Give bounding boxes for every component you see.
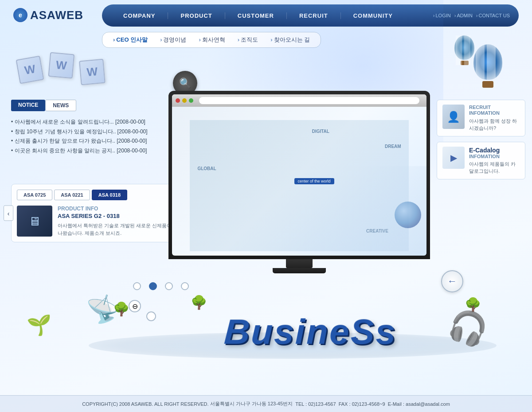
notice-section: NOTICE NEWS ✕ 아사웹에서 새로운 소식을 알려드립니다... [2… [11, 100, 180, 155]
notice-text-4: 이곳은 회사의 중요한 사항을 알리는 공지.. [15, 148, 115, 154]
notice-date-4: [2008-00-00] [117, 148, 147, 154]
notice-tabs: NOTICE NEWS [11, 100, 76, 111]
product-tab-0725[interactable]: ASA 0725 [17, 190, 52, 200]
screen-content: GLOBAL DIGITAL DREAM CREATIVE center of … [172, 107, 426, 256]
screen-label-global: GLOBAL [197, 166, 216, 171]
toolbar-maximize [189, 98, 193, 103]
sub-nav-ceo[interactable]: CEO 인사말 [111, 35, 149, 45]
product-title: PRODUCT INFO [58, 206, 174, 212]
notice-list: 아사웹에서 새로운 소식을 알려드립니다... [2008-00-00] 창립 … [11, 117, 180, 155]
computer-display: GLOBAL DIGITAL DREAM CREATIVE center of … [168, 91, 430, 303]
pagination-dots [133, 282, 189, 290]
product-tab-0318[interactable]: ASA 0318 [92, 190, 127, 200]
ecatalog-title: E-Cadalog INFOMATION [469, 147, 520, 159]
nav-item-community[interactable]: COMMUNITY [341, 12, 405, 19]
ecatalog-description: 아사웹의 제품들의 카달로그입니다. [469, 161, 520, 175]
footer-email: E-Mail : asadal@asadal.com [388, 401, 450, 407]
notice-item-1[interactable]: 아사웹에서 새로운 소식을 알려드립니다... [2008-00-00] [11, 117, 180, 127]
footer: COPYRIGHT(C) 2008 ASAWEB. ALL RIGHT RESE… [0, 395, 532, 412]
nav-item-recruit[interactable]: RECRUIT [287, 12, 341, 19]
nav-items: COMPANY PRODUCT CUSTOMER RECRUIT COMMUNI… [111, 12, 433, 19]
nav-item-company[interactable]: COMPANY [111, 12, 168, 19]
monitor-base [273, 268, 326, 273]
business-text-3d: BusineSs [117, 312, 503, 352]
notice-item-2[interactable]: 창립 10주년 기념 행사가 있을 예정입니다.. [2008-00-00] [11, 127, 180, 137]
notice-date-3: [2008-00-00] [117, 138, 147, 144]
nav-right: LOGIN ADMIN CONTACT US [433, 13, 510, 18]
business-word: BusineSs [223, 312, 397, 351]
recruit-subtitle: INFOMATION [469, 110, 520, 116]
screen-label-dream: DREAM [385, 144, 401, 149]
product-description: 아사웹에서 특허받은 기술로 개발된 새로운 신제품이 나왔습니다. 제품소개 … [58, 222, 174, 237]
nav-contact[interactable]: CONTACT US [476, 13, 510, 18]
monitor-frame: GLOBAL DIGITAL DREAM CREATIVE center of … [168, 91, 430, 259]
toolbar-minimize [182, 98, 187, 103]
logo-area: e ASAWEB [13, 8, 83, 22]
dot-1 [133, 282, 141, 290]
sub-nav-directions[interactable]: 찾아오시는 길 [269, 35, 312, 45]
notice-text-1: 아사웹에서 새로운 소식을 알려드립니다... [15, 119, 114, 125]
sub-nav-history[interactable]: 회사연혁 [197, 35, 227, 45]
nav-login[interactable]: LOGIN [433, 13, 451, 18]
right-sidebar: 👤 RECRUIT INFOMATION 아사웹과 함께 성장 하시겠습니까? … [437, 100, 525, 179]
product-tabs: ASA 0725 ASA 0221 ASA 0318 [17, 190, 174, 200]
product-prev-button[interactable]: ‹ [4, 206, 13, 221]
recruit-title-main: RECRUIT [469, 105, 520, 110]
notice-text-3: 신제품 출시가 한달 앞으로 다가 왔습니다.. [15, 138, 115, 144]
nav-item-product[interactable]: PRODUCT [168, 12, 225, 19]
sub-nav-org[interactable]: 조직도 [236, 35, 260, 45]
nav-circle-icon[interactable]: ← [441, 270, 463, 292]
main-content: NOTICE NEWS ✕ 아사웹에서 새로운 소식을 알려드립니다... [2… [0, 47, 532, 394]
nav-item-customer[interactable]: CUSTOMER [225, 12, 287, 19]
recruit-title: RECRUIT INFOMATION [469, 105, 520, 116]
product-body: 🖥 PRODUCT INFO ASA SERIES G2 - 0318 아사웹에… [17, 206, 174, 237]
ecatalog-card[interactable]: ▶ E-Cadalog INFOMATION 아사웹의 제품들의 카달로그입니다… [437, 142, 525, 179]
logo-letter: e [19, 12, 22, 19]
ecatalog-play-button[interactable]: ▶ [442, 147, 465, 169]
screen-label-digital: DIGITAL [312, 129, 329, 134]
sub-nav: CEO 인사말 경영이념 회사연혁 조직도 찾아오시는 길 [102, 32, 321, 48]
plant-icon: 🌱 [27, 313, 51, 337]
notice-tab-notice[interactable]: NOTICE [11, 100, 45, 111]
recruit-description: 아사웹과 함께 성장 하시겠습니까? [469, 118, 520, 132]
globe-decoration [395, 202, 421, 228]
toolbar-close [176, 98, 180, 103]
nav-bar: COMPANY PRODUCT CUSTOMER RECRUIT COMMUNI… [102, 4, 519, 27]
footer-copyright: COPYRIGHT(C) 2008 ASAWEB. ALL RIGHT RESE… [82, 401, 208, 407]
product-info: PRODUCT INFO ASA SERIES G2 - 0318 아사웹에서 … [58, 206, 174, 237]
notice-date-2: [2008-00-00] [117, 128, 148, 135]
monitor-icon: 🖥 [28, 214, 41, 229]
logo-icon: e [13, 8, 27, 22]
tree-icon-2: 🌳 [191, 295, 207, 310]
ecatalog-text: E-Cadalog INFOMATION 아사웹의 제품들의 카달로그입니다. [469, 147, 520, 175]
logo-text: ASAWEB [30, 8, 83, 22]
sub-nav-management[interactable]: 경영이념 [158, 35, 188, 45]
recruit-avatar-icon: 👤 [442, 105, 465, 129]
monitor-stand [286, 259, 313, 268]
dot-3 [165, 282, 173, 290]
notice-item-3[interactable]: 신제품 출시가 한달 앞으로 다가 왔습니다.. [2008-00-00] [11, 136, 180, 146]
product-series: ASA SERIES G2 - 0318 [58, 213, 174, 219]
small-nav-circle-1: ⊖ [129, 300, 141, 312]
ecatalog-title-main: E-Cadalog [469, 147, 500, 154]
toolbar-url [199, 97, 419, 104]
nav-admin[interactable]: ADMIN [454, 13, 473, 18]
dot-2 [149, 282, 157, 290]
dot-4 [181, 282, 189, 290]
monitor-toolbar [172, 94, 426, 107]
notice-date-1: [2008-00-00] [115, 119, 145, 125]
footer-address: 서울특별시 가나구 가나동 123-45번지 [210, 400, 293, 407]
recruit-text: RECRUIT INFOMATION 아사웹과 함께 성장 하시겠습니까? [469, 105, 520, 132]
product-section: ‹ › ASA 0725 ASA 0221 ASA 0318 🖥 PRODUCT… [11, 184, 180, 242]
ecatalog-subtitle: INFOMATION [469, 154, 520, 159]
monitor-screen: GLOBAL DIGITAL DREAM CREATIVE center of … [172, 94, 426, 256]
notice-item-4[interactable]: 이곳은 회사의 중요한 사항을 알리는 공지.. [2008-00-00] [11, 146, 180, 156]
footer-tel: TEL : 02)123-4567 [295, 401, 336, 407]
notice-tab-news[interactable]: NEWS [45, 100, 76, 111]
tree-icon-1: 🌳 [113, 301, 129, 317]
footer-fax: FAX : 02)123-4568~9 [339, 401, 385, 407]
notice-text-2: 창립 10주년 기념 행사가 있을 예정입니다.. [15, 128, 116, 135]
product-tab-0221[interactable]: ASA 0221 [54, 190, 90, 200]
recruit-card[interactable]: 👤 RECRUIT INFOMATION 아사웹과 함께 성장 하시겠습니까? [437, 100, 525, 136]
product-image: 🖥 [17, 206, 52, 237]
